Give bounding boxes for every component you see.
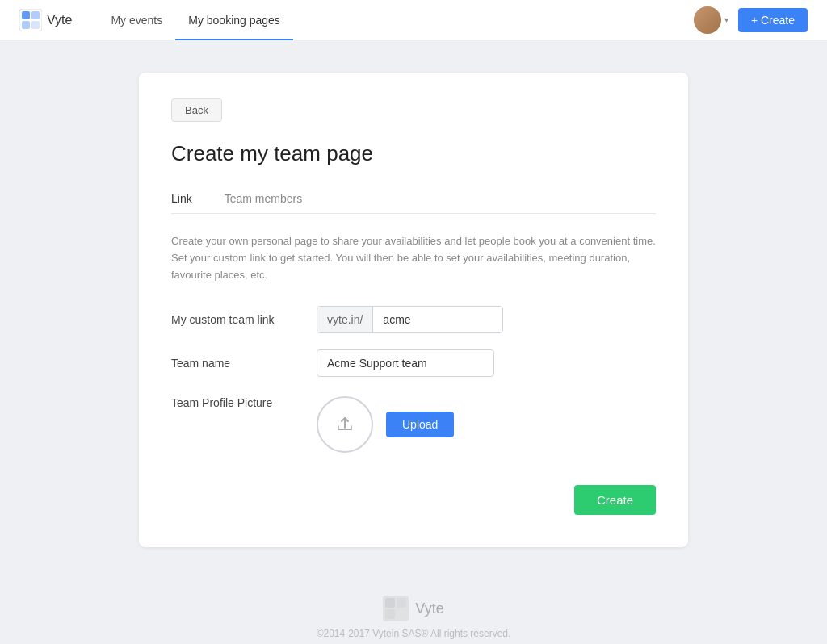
avatar[interactable] [694,6,721,34]
link-prefix: vyte.in/ [317,307,373,332]
tab-link[interactable]: Link [171,186,205,213]
avatar-image [694,6,721,34]
nav-my-events[interactable]: My events [98,0,175,40]
svg-rect-4 [31,21,40,29]
vyte-logo-icon [19,9,42,31]
tab-team-members[interactable]: Team members [212,186,315,213]
profile-pic-controls: Upload [317,396,454,453]
svg-rect-9 [397,609,406,619]
navbar-right: ▾ + Create [694,6,808,34]
description-line2: Set your custom link to get started. You… [171,250,656,284]
footer-logo-icon [383,596,409,621]
card-footer: Create [171,485,656,515]
page-title: Create my team page [171,141,656,166]
user-avatar-dropdown[interactable]: ▾ [694,6,728,34]
navbar: Vyte My events My booking pages ▾ + Crea… [0,0,827,40]
custom-link-row: My custom team link vyte.in/ [171,306,656,333]
svg-rect-8 [385,609,395,619]
tab-bar: Link Team members [171,186,656,214]
brand-logo[interactable]: Vyte [19,9,72,31]
back-button[interactable]: Back [171,98,222,122]
brand-name: Vyte [47,13,72,27]
team-name-input[interactable] [317,349,494,377]
profile-pic-label: Team Profile Picture [171,396,317,409]
footer-copyright: ©2014-2017 Vytein SAS® All rights reserv… [317,628,511,639]
footer-brand-name: Vyte [415,600,443,617]
footer: Vyte ©2014-2017 Vytein SAS® All rights r… [317,596,511,644]
create-button[interactable]: + Create [738,8,808,32]
create-team-button[interactable]: Create [574,485,656,515]
custom-link-label: My custom team link [171,313,317,326]
svg-rect-7 [397,598,406,608]
create-team-card: Back Create my team page Link Team membe… [139,73,688,547]
chevron-down-icon: ▾ [724,15,728,24]
svg-rect-1 [22,11,30,19]
footer-brand: Vyte [317,596,511,621]
team-name-row: Team name [171,349,656,377]
svg-rect-2 [31,11,40,19]
link-input[interactable] [373,307,502,332]
description: Create your own personal page to share y… [171,233,656,283]
team-name-label: Team name [171,357,317,370]
custom-link-group: vyte.in/ [317,306,503,333]
upload-icon [335,415,355,434]
svg-rect-6 [385,598,395,608]
upload-button[interactable]: Upload [386,412,454,437]
nav-links: My events My booking pages [98,0,693,40]
nav-my-booking-pages[interactable]: My booking pages [175,0,293,40]
description-line1: Create your own personal page to share y… [171,233,656,250]
svg-rect-3 [22,21,30,29]
profile-pic-row: Team Profile Picture Upload [171,393,656,453]
upload-circle[interactable] [317,396,373,453]
main-content: Back Create my team page Link Team membe… [0,40,827,644]
